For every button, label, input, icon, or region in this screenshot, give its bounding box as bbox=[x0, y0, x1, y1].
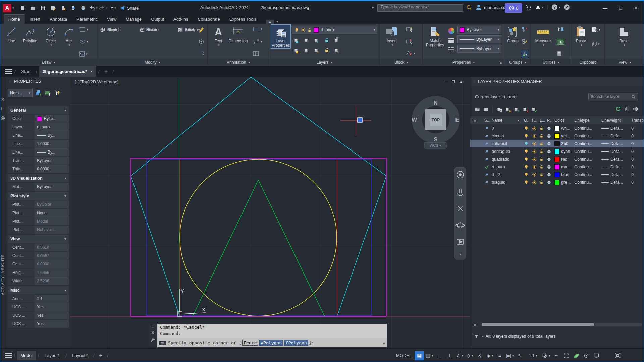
layer-row-0[interactable]: 0wh...Continu...Defa...0 bbox=[470, 124, 644, 132]
layer-row-rt-r2[interactable]: rt_r2blueContinu...Defa...0 bbox=[470, 171, 644, 178]
lineweight-display-button[interactable]: ≡ bbox=[495, 351, 504, 360]
layer-thaw-icon[interactable]: ☀ bbox=[312, 46, 321, 54]
layer-freeze-toggle[interactable] bbox=[532, 163, 539, 171]
ribbon-tab-add-ins[interactable]: Add-ins bbox=[169, 15, 193, 24]
new-drawing-button[interactable] bbox=[18, 4, 27, 12]
model-space-indicator[interactable]: MODEL bbox=[396, 353, 412, 358]
layer-linetype[interactable]: Continu... bbox=[574, 155, 600, 163]
linetype-dropdown[interactable]: ByLayer▾ bbox=[457, 45, 501, 53]
explode-icon[interactable] bbox=[198, 39, 204, 45]
drawing-viewport[interactable]: [−][Top][2D Wireframe] — x bbox=[70, 77, 470, 348]
col-name[interactable]: Name bbox=[492, 116, 502, 124]
property-value[interactable]: 1:1 bbox=[34, 295, 69, 303]
layer-states-manager-icon[interactable] bbox=[495, 105, 503, 113]
layer-color-swatch[interactable] bbox=[554, 172, 560, 177]
base-button[interactable]: Base▾ bbox=[615, 25, 633, 47]
annotation-monitor-button[interactable] bbox=[561, 351, 571, 360]
open-drawing-button[interactable] bbox=[29, 4, 37, 12]
layer-row-pentagulo[interactable]: pentagulocyanContinu...Defa...0 bbox=[470, 147, 644, 155]
linear-dimension-icon[interactable]: ▾ bbox=[253, 27, 262, 31]
panel-label-clipboard[interactable]: Clipboard bbox=[572, 59, 604, 66]
horizontal-scrollbar[interactable] bbox=[482, 323, 642, 326]
ribbon-tab-insert[interactable]: Insert bbox=[25, 15, 45, 24]
layer-freeze-toggle[interactable] bbox=[532, 178, 539, 186]
property-value[interactable]: 0.6597 bbox=[34, 252, 69, 260]
col-plot[interactable]: P... bbox=[547, 116, 552, 124]
open-from-web-mobile-button[interactable] bbox=[59, 4, 67, 12]
layer-freeze-toggle[interactable] bbox=[532, 132, 539, 140]
property-value[interactable]: ByLayer bbox=[34, 183, 69, 191]
layer-color-swatch[interactable] bbox=[554, 126, 560, 131]
layer-on-toggle[interactable] bbox=[524, 124, 531, 132]
property-value[interactable]: 1.6966 bbox=[34, 268, 69, 277]
save-button[interactable] bbox=[39, 4, 47, 12]
file-tab-start[interactable]: Start bbox=[18, 69, 34, 74]
close-window-button[interactable]: × bbox=[628, 2, 644, 14]
grid-display-button[interactable]: ▦ bbox=[415, 351, 424, 360]
layer-freeze-toggle[interactable] bbox=[532, 147, 539, 155]
set-current-layer-icon[interactable]: ✓ bbox=[530, 105, 538, 113]
isometric-drafting-button[interactable]: ◇▾ bbox=[465, 351, 474, 360]
layer-unlock-icon[interactable] bbox=[322, 46, 331, 54]
layer-transparency[interactable]: 0 bbox=[631, 140, 641, 147]
layer-freeze-toggle[interactable] bbox=[532, 124, 539, 132]
layer-match-icon[interactable]: ✎ bbox=[332, 46, 341, 54]
search-input[interactable]: Type a keyword or phrase bbox=[377, 4, 463, 12]
property-value[interactable]: 0.0000 bbox=[34, 260, 69, 268]
layer-linetype[interactable]: Continu... bbox=[574, 163, 600, 171]
panel-label-annotation[interactable]: Annotation▾ bbox=[208, 59, 269, 66]
polyline-button[interactable]: Polyline bbox=[20, 25, 41, 43]
layout-tab-model[interactable]: Model bbox=[17, 351, 36, 360]
layer-plot-toggle[interactable] bbox=[547, 178, 554, 186]
insert-button[interactable]: Insert▾ bbox=[382, 25, 401, 47]
command-option-fence[interactable]: Fence bbox=[242, 340, 258, 346]
redo-button[interactable]: ▾ bbox=[99, 4, 108, 12]
property-value[interactable]: Yes bbox=[34, 311, 69, 319]
palette-section-plot-style[interactable]: Plot style▾ bbox=[8, 192, 69, 200]
layout-tab-layout2[interactable]: Layout2 bbox=[69, 351, 91, 360]
arc-button[interactable]: Arc▾ bbox=[61, 25, 76, 47]
stretch-button[interactable]: Stretch bbox=[100, 26, 121, 34]
dimension-button[interactable]: Dimension bbox=[227, 25, 249, 43]
layer-plot-toggle[interactable] bbox=[547, 124, 554, 132]
refresh-icon[interactable] bbox=[614, 105, 623, 113]
layer-on-toggle[interactable] bbox=[524, 171, 531, 178]
search-icon[interactable] bbox=[466, 4, 472, 10]
new-layer-icon[interactable]: ✦ bbox=[503, 105, 512, 113]
layer-manager-header[interactable]: ⁞⁞ LAYER PROPERTIES MANAGER bbox=[470, 77, 644, 86]
quick-select-icon[interactable] bbox=[557, 26, 564, 32]
layer-plot-toggle[interactable] bbox=[547, 163, 554, 171]
navigation-bar[interactable]: ▾ bbox=[454, 167, 466, 259]
palette-header[interactable]: ⁞⁞ PROPERTIES bbox=[6, 77, 70, 86]
graphics-performance-button[interactable] bbox=[592, 351, 601, 360]
delete-layer-icon[interactable]: x bbox=[521, 105, 530, 113]
layer-lock-toggle[interactable] bbox=[539, 171, 547, 178]
col-lock[interactable]: L... bbox=[540, 116, 545, 124]
file-tabs-menu-button[interactable] bbox=[5, 69, 12, 74]
new-layer-vp-frozen-icon[interactable]: ✳ bbox=[512, 105, 521, 113]
layer-on-toggle[interactable] bbox=[524, 163, 531, 171]
layer-name[interactable]: pentagulo bbox=[492, 147, 523, 155]
layer-name[interactable]: circulo bbox=[492, 132, 523, 140]
layer-transparency[interactable]: 0 bbox=[631, 178, 641, 186]
layer-color-swatch[interactable] bbox=[554, 164, 560, 170]
layer-plot-toggle[interactable] bbox=[547, 155, 554, 163]
measure-button[interactable]: Measure▾ bbox=[533, 25, 553, 47]
layer-linetype[interactable]: Continu... bbox=[574, 147, 600, 155]
toggle-override-highlight-icon[interactable] bbox=[623, 105, 631, 113]
maximize-window-button[interactable]: □ bbox=[613, 2, 628, 14]
close-tab-icon[interactable]: × bbox=[90, 69, 93, 74]
layer-freeze-toggle[interactable] bbox=[532, 171, 539, 178]
panel-label-groups[interactable]: Groups▾ bbox=[505, 59, 531, 66]
scale-button[interactable]: Scale bbox=[139, 26, 157, 34]
command-grip-icon[interactable]: ⣿ bbox=[152, 325, 154, 328]
ungroup-icon[interactable]: x bbox=[522, 26, 528, 32]
panel-label-modify[interactable]: Modify▾ bbox=[98, 59, 207, 66]
layer-lock-toggle[interactable] bbox=[539, 140, 547, 147]
layer-color-swatch[interactable] bbox=[554, 133, 560, 139]
workspace-switching-button[interactable]: ▾ bbox=[541, 351, 551, 360]
autohide-pin-icon[interactable]: ⊢ bbox=[1, 107, 6, 111]
layer-lineweight[interactable]: Defa... bbox=[601, 124, 630, 132]
offset-icon[interactable] bbox=[198, 51, 204, 56]
panel-label-utilities[interactable]: Utilities▾ bbox=[531, 59, 571, 66]
